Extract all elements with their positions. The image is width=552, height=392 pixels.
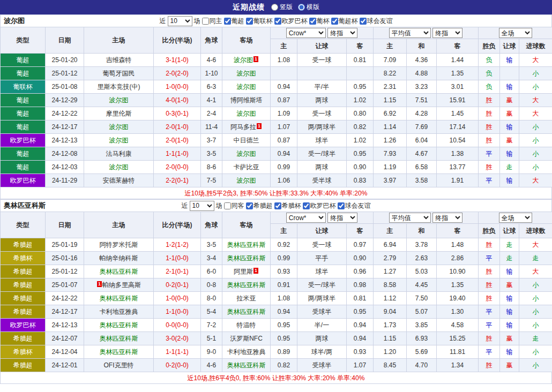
team-name[interactable]: 沃罗斯NFC [230,335,263,342]
team-name[interactable]: 阿马多拉 [230,123,256,131]
handicap-result: 赢 [500,332,519,345]
same-venue-checkbox[interactable] [202,18,209,25]
vertical-layout-option[interactable]: 竖版 [271,3,293,12]
games-label: 场 [216,201,222,210]
final-index-select-2[interactable]: 终指 [432,213,463,223]
league-filter-label: 葡超杯 [339,17,358,26]
team-name[interactable]: 安德莱赫特 [103,177,135,184]
bookmaker-select[interactable]: Crow* [286,28,326,38]
team-name[interactable]: 波尔图 [237,177,256,184]
team-name[interactable]: 奥林匹亚科斯 [100,348,138,356]
final-index-select-2[interactable]: 终指 [432,28,463,38]
win-loss-result: 胜 [479,238,500,252]
league-filter-checkbox[interactable] [338,202,345,209]
league-filter-option[interactable]: 希腊超 [246,201,273,210]
team-name[interactable]: 波尔图 [237,70,256,77]
team-name[interactable]: 葡萄牙国民 [103,70,135,77]
league-filter-option[interactable]: 葡超杯 [331,17,358,26]
team-name[interactable]: 奥林匹亚科斯 [227,241,266,248]
team-name[interactable]: 波尔图 [109,96,129,104]
team-name[interactable]: 卡利地亚雅典 [227,348,266,356]
league-filter-checkbox[interactable] [274,202,281,209]
match-row: 欧罗巴杯24-11-29安德莱赫特2-2(0-1)7-5波尔图1.06受半球0.… [1,174,552,187]
team-name[interactable]: 波尔图 [237,110,256,117]
league-filter-checkbox[interactable] [224,18,231,25]
team-name[interactable]: 里斯本竞技(中) [98,83,140,91]
subcol-handicap-result: 让球 [500,39,519,54]
avg-away-odds: 1.34 [437,359,479,372]
league-filter-option[interactable]: 葡杯 [309,17,330,26]
league-filter-option[interactable]: 欧罗巴杯 [303,201,336,210]
final-index-select[interactable]: 终指 [327,28,357,38]
vertical-layout-radio[interactable] [271,4,278,11]
match-count-select[interactable]: 10 [168,16,192,26]
team-name[interactable]: 奥林匹亚科斯 [100,321,138,329]
handicap-result: 输 [500,265,519,278]
handicap-result: 输 [500,292,519,305]
team-name[interactable]: 摩里伦斯 [106,110,132,117]
team-name[interactable]: 波尔图 [109,137,129,144]
col-header-corners: 角球 [201,27,222,54]
average-odds-select[interactable]: 平均值 [389,213,431,223]
handicap: 受球半 [297,305,347,319]
team-name[interactable]: 帕纳辛纳科斯 [100,254,138,262]
same-venue-option[interactable]: 同主 [202,17,222,26]
team-name[interactable]: 波尔图 [237,83,256,91]
league-filter-option[interactable]: 葡联杯 [246,17,273,26]
home-team-cell: 葡萄牙国民 [84,67,154,80]
team-name[interactable]: 波尔图 [237,150,256,157]
league-filter-option[interactable]: 球会友谊 [338,201,371,210]
team-name[interactable]: 奥林匹亚科斯 [100,268,138,275]
team-name[interactable]: 奥林匹亚科斯 [100,295,138,302]
match-count-select[interactable]: 10 [190,201,214,211]
asia-away-odds [347,67,374,80]
league-filter-checkbox[interactable] [246,18,253,25]
horizontal-layout-option[interactable]: 横版 [298,3,319,12]
team-name[interactable]: 法马利康 [106,150,132,157]
win-loss-result: 胜 [479,161,500,174]
home-team-cell: 摩里伦斯 [84,107,154,120]
team-name[interactable]: 阿里斯 [234,268,253,275]
full-match-select[interactable]: 全场 [499,213,532,223]
same-venue-checkbox[interactable] [224,202,231,209]
league-filter-checkbox[interactable] [246,202,253,209]
league-filter-checkbox[interactable] [360,18,367,25]
team-name[interactable]: 奥林匹亚科斯 [100,335,138,342]
team-name[interactable]: 中日德兰 [234,137,259,144]
team-name[interactable]: 拉米亚 [237,295,256,302]
league-filter-checkbox[interactable] [331,18,338,25]
league-filter-checkbox[interactable] [303,202,310,209]
team-name[interactable]: 吉维森特 [106,56,132,64]
average-odds-select[interactable]: 平均值 [389,28,431,38]
league-filter-option[interactable]: 球会友谊 [360,17,393,26]
handicap: 受半球 [297,174,347,187]
horizontal-layout-radio[interactable] [298,4,305,11]
handicap-result: 走 [500,252,519,265]
team-name[interactable]: 奥林匹亚科斯 [227,308,266,315]
team-name[interactable]: 阿特罗米托斯 [100,241,138,248]
team-name[interactable]: 帕纳多里高斯 [102,281,141,289]
team-name[interactable]: 奥林匹亚科斯 [227,361,266,369]
team-name[interactable]: 波尔图 [109,123,129,131]
team-name[interactable]: 卡萨比亚 [234,163,259,171]
league-filter-option[interactable]: 希腊杯 [274,201,301,210]
bookmaker-select[interactable]: Crow* [286,213,326,223]
league-filter-checkbox[interactable] [274,18,281,25]
team-name[interactable]: 特温特 [237,321,256,329]
full-match-select[interactable]: 全场 [499,28,532,38]
team-name[interactable]: 卡利地亚雅典 [100,308,138,315]
team-name[interactable]: 奥林匹亚科斯 [227,281,266,289]
win-loss-result: 平 [479,305,500,319]
asia-home-odds: 1.06 [271,174,297,187]
league-filter-option[interactable]: 葡超 [224,17,244,26]
final-index-select[interactable]: 终指 [327,213,357,223]
team-name[interactable]: 奥林匹亚科斯 [227,254,266,262]
league-filter-option[interactable]: 欧罗巴杯 [274,17,308,26]
league-filter-checkbox[interactable] [309,18,316,25]
team-name[interactable]: 博阿维斯塔 [230,96,263,104]
avg-home-odds: 1.19 [374,161,407,174]
team-name[interactable]: OFI克里特 [104,361,134,369]
team-name[interactable]: 波尔图 [109,163,129,171]
team-name[interactable]: 波尔图 [234,56,253,64]
same-venue-option[interactable]: 同客 [224,201,244,210]
